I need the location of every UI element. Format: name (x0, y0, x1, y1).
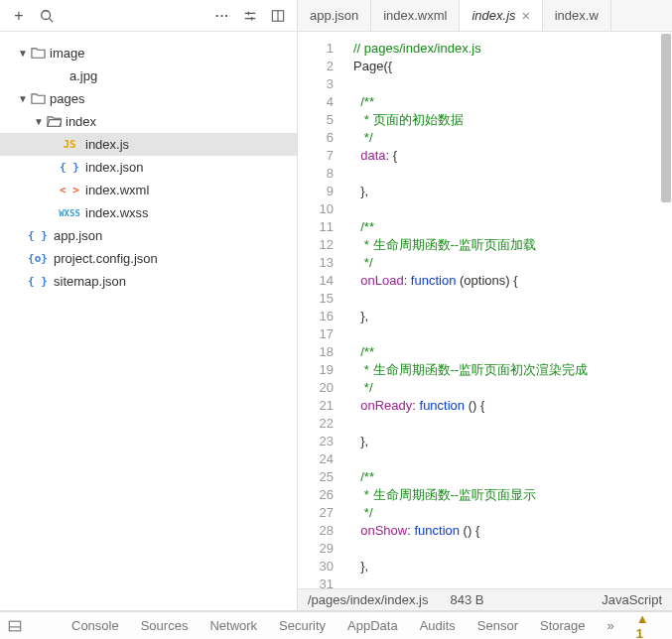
expand-arrow[interactable]: ▼ (18, 93, 28, 104)
collapse-button[interactable] (237, 3, 263, 29)
tree-item-label: project.config.json (54, 251, 158, 266)
folder-icon (30, 46, 46, 62)
code-line: * 生命周期函数--监听页面显示 (353, 486, 672, 504)
tree-folder[interactable]: ▼image (0, 42, 297, 64)
editor-tab[interactable]: index.wxml (371, 0, 460, 31)
dock-button[interactable] (8, 619, 22, 633)
line-number: 16 (298, 308, 334, 325)
line-number: 4 (298, 93, 334, 111)
add-button[interactable]: + (6, 3, 32, 29)
code-area: 1234567891011121314151617181920212223242… (298, 32, 672, 588)
tree-file[interactable]: { }sitemap.json (0, 270, 297, 293)
code-line: */ (353, 379, 672, 397)
line-number: 10 (298, 200, 334, 218)
line-number: 25 (298, 468, 334, 486)
cfg-icon: {o} (28, 252, 48, 265)
file-explorer: + ··· ▼imagea.jpg▼pages▼indexJSindex.js{… (0, 0, 298, 610)
devtools-tab[interactable]: Sensor (477, 618, 518, 633)
tree-file[interactable]: WXSSindex.wxss (0, 201, 297, 224)
search-icon (40, 9, 54, 23)
expand-arrow[interactable]: ▼ (18, 48, 28, 59)
tree-folder[interactable]: ▼index (0, 110, 297, 133)
tree-file[interactable]: {o}project.config.json (0, 247, 297, 270)
code-line (353, 325, 672, 343)
code-line: onShow: function () { (353, 522, 672, 540)
tree-file[interactable]: JSindex.js (0, 133, 297, 156)
expand-arrow[interactable]: ▼ (34, 116, 44, 127)
tree-file[interactable]: { }index.json (0, 156, 297, 179)
json-icon: { } (28, 275, 48, 288)
status-path: /pages/index/index.js (308, 592, 428, 607)
tree-file[interactable]: a.jpg (0, 64, 297, 87)
line-number: 26 (298, 486, 334, 504)
folder-icon (46, 114, 62, 130)
line-number: 20 (298, 379, 334, 397)
file-tree: ▼imagea.jpg▼pages▼indexJSindex.js{ }inde… (0, 32, 297, 610)
wxml-icon: < > (60, 184, 79, 196)
code-line: Page({ (353, 58, 672, 75)
tab-label: index.wxml (383, 8, 447, 23)
devtools-tab[interactable]: AppData (347, 618, 398, 633)
code-line: /** (353, 343, 672, 361)
js-icon: JS (60, 138, 79, 151)
code-line: // pages/index/index.js (353, 40, 672, 58)
tree-item-label: pages (50, 91, 84, 106)
tree-item-label: index (66, 114, 96, 129)
collapse-icon (243, 9, 257, 23)
devtools-tab[interactable]: Network (209, 618, 257, 633)
svg-line-1 (50, 18, 54, 22)
tree-file[interactable]: < >index.wxml (0, 179, 297, 201)
line-number: 21 (298, 397, 334, 415)
editor-tab[interactable]: index.w (543, 0, 611, 31)
scrollbar-thumb[interactable] (661, 34, 671, 202)
editor-tabbar: app.jsonindex.wxmlindex.js×index.w (298, 0, 672, 32)
wxss-icon: WXSS (60, 208, 79, 218)
code-line (353, 75, 672, 93)
json-icon: { } (28, 229, 48, 242)
folder-icon (30, 91, 46, 107)
line-gutter: 1234567891011121314151617181920212223242… (298, 32, 343, 588)
overflow-indicator[interactable]: » (607, 618, 614, 633)
line-number: 3 (298, 75, 334, 93)
devtools-tab[interactable]: Console (71, 618, 119, 633)
line-number: 30 (298, 558, 334, 575)
split-icon (271, 9, 285, 23)
devtools-tab[interactable]: Sources (141, 618, 189, 633)
devtools-tab[interactable]: Storage (540, 618, 586, 633)
line-number: 8 (298, 165, 334, 183)
editor-tab[interactable]: index.js× (460, 0, 542, 31)
code-line: }, (353, 183, 672, 200)
line-number: 6 (298, 129, 334, 147)
code-line (353, 575, 672, 588)
devtools-tab[interactable]: Security (279, 618, 326, 633)
devtools-tab[interactable]: Audits (420, 618, 456, 633)
code-line (353, 165, 672, 183)
line-number: 11 (298, 218, 334, 236)
close-icon[interactable]: × (522, 8, 530, 24)
tab-label: index.js (471, 8, 515, 23)
status-language[interactable]: JavaScript (602, 592, 662, 607)
line-number: 17 (298, 325, 334, 343)
code-line: */ (353, 254, 672, 272)
tree-folder[interactable]: ▼pages (0, 87, 297, 110)
line-number: 7 (298, 147, 334, 165)
line-number: 19 (298, 361, 334, 379)
search-button[interactable] (34, 3, 60, 29)
code-content[interactable]: // pages/index/index.jsPage({ /** * 页面的初… (343, 32, 672, 588)
code-line: }, (353, 433, 672, 450)
line-number: 5 (298, 111, 334, 129)
tree-item-label: image (50, 46, 84, 61)
warning-badge[interactable]: ▲ 1 (636, 611, 649, 640)
editor-tab[interactable]: app.json (298, 0, 371, 31)
svg-point-0 (42, 10, 51, 19)
code-line (353, 415, 672, 433)
editor-statusbar: /pages/index/index.js 843 B JavaScript (298, 588, 672, 610)
dock-icon (8, 619, 22, 633)
tree-file[interactable]: { }app.json (0, 224, 297, 247)
split-button[interactable] (265, 3, 291, 29)
vertical-scrollbar[interactable] (660, 32, 672, 588)
line-number: 22 (298, 415, 334, 433)
line-number: 27 (298, 504, 334, 522)
code-line: data: { (353, 147, 672, 165)
more-button[interactable]: ··· (209, 3, 235, 29)
